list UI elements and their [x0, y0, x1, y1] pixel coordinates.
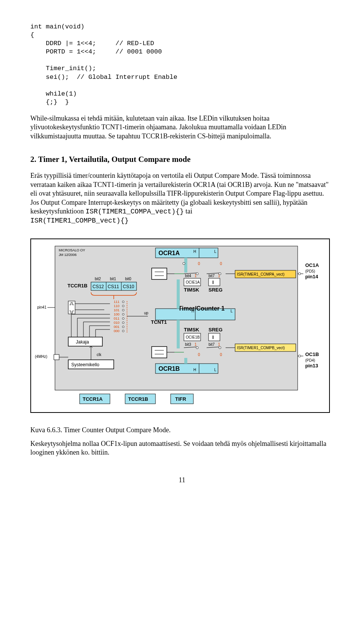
syskello-label: Systeemikello [71, 362, 99, 367]
svg-point-31 [122, 309, 124, 311]
tcnt1-label: TCNT1 [151, 319, 167, 325]
timsk-label-b: TIMSK [184, 327, 199, 333]
svg-text:L: L [231, 309, 233, 313]
svg-rect-63 [209, 278, 220, 286]
isr-a-label: ISR(TIMER1_COMPA_vect) [237, 272, 284, 276]
paragraph-3: Keskeytysohjelma nollaa OCF1x-lipun auto… [30, 439, 334, 457]
svg-text:H: H [193, 368, 196, 372]
svg-text:bit1: bit1 [110, 277, 116, 281]
tccr1b-label: TCCR1B [67, 283, 88, 289]
svg-text:bit4: bit4 [185, 274, 191, 278]
figure-caption: Kuva 6.6.3. Timer Counter Output Compare… [30, 426, 334, 434]
code-block: int main(void) { DDRD |= 1<<4; // RED-LE… [30, 23, 334, 107]
svg-text:up: up [144, 311, 149, 315]
svg-text:pin14: pin14 [305, 274, 318, 279]
svg-text:0: 0 [220, 262, 222, 266]
svg-text:bit2: bit2 [95, 277, 101, 281]
timsk-label-a: TIMSK [184, 287, 199, 293]
svg-text:TIFR: TIFR [175, 396, 186, 402]
credit-1: MICROSALO OY [59, 248, 85, 252]
svg-point-35 [122, 326, 124, 328]
jakaja-label: Jakaja [76, 339, 89, 345]
svg-text:TCCR1A: TCCR1A [83, 396, 103, 402]
timercounter-label: Timer/Counter 1 [178, 305, 225, 312]
credit-2: JM 12/2006 [59, 253, 77, 257]
svg-text:000: 000 [114, 329, 119, 333]
svg-text:(PD5): (PD5) [305, 269, 315, 273]
svg-text:111: 111 [114, 300, 119, 304]
ocr1b-label: OCR1B [158, 365, 180, 372]
svg-rect-5 [152, 268, 167, 279]
svg-text:L: L [214, 249, 217, 254]
heading-2: 2. Timer 1, Vertailutila, Output Compare… [30, 154, 334, 165]
svg-point-33 [122, 317, 124, 319]
isr-code-a: ISR(TIMER1_COMPA_vect){} [86, 208, 184, 215]
fourmhz-label: (4MHz) [35, 354, 47, 359]
svg-point-36 [122, 330, 124, 332]
svg-rect-38 [68, 301, 75, 314]
pin41-label: pin41 [37, 305, 47, 309]
svg-point-32 [122, 313, 124, 315]
svg-text:100: 100 [114, 312, 119, 316]
svg-point-104 [298, 273, 301, 275]
paragraph-2: Eräs tyypillisiä timer/counterin käyttöt… [30, 171, 334, 225]
page-number: 11 [30, 476, 334, 485]
sreg-label-b: SREG [209, 327, 223, 333]
isr-b-label: ISR(TIMER1_COMPB_vect) [237, 346, 285, 350]
svg-text:bit3: bit3 [185, 342, 191, 347]
svg-point-29 [122, 301, 124, 303]
svg-text:pin13: pin13 [305, 363, 318, 369]
svg-point-105 [298, 355, 301, 357]
svg-text:H: H [193, 249, 196, 254]
svg-text:L: L [214, 368, 217, 372]
svg-rect-74 [209, 333, 220, 341]
isr-code-b: ISR(TIMER1_COMPB_vect){} [30, 217, 129, 224]
svg-text:011: 011 [114, 317, 119, 320]
svg-text:0: 0 [198, 353, 200, 357]
svg-text:CS11: CS11 [108, 284, 119, 289]
svg-text:001: 001 [114, 325, 119, 329]
ocie1a-label: OCIE1A [186, 280, 200, 284]
timer-diagram: MICROSALO OY JM 12/2006 OCR1A H L 0 0 TC… [30, 238, 330, 413]
svg-text:110: 110 [114, 304, 119, 308]
svg-point-30 [122, 305, 124, 307]
svg-text:0: 0 [198, 262, 200, 266]
svg-point-9 [183, 262, 185, 265]
svg-text:101: 101 [114, 308, 119, 312]
ocr1a-label: OCR1A [158, 250, 180, 256]
svg-text:1: 1 [218, 342, 220, 347]
svg-text:CS12: CS12 [93, 284, 104, 289]
paragraph-2b: tai [185, 207, 192, 215]
paragraph-1: While-silmukassa ei tehdä mitään, kulute… [30, 114, 334, 141]
svg-rect-52 [54, 354, 59, 360]
svg-text:010: 010 [114, 321, 119, 325]
svg-text:I: I [212, 279, 214, 285]
svg-text:I: I [212, 334, 214, 340]
svg-text:CS10: CS10 [123, 284, 134, 289]
svg-text:0: 0 [220, 353, 222, 357]
svg-text:bit7: bit7 [209, 342, 215, 347]
svg-rect-86 [152, 347, 167, 358]
svg-text:H: H [191, 309, 194, 313]
svg-point-34 [122, 322, 124, 323]
oc1b-label: OC1B [305, 351, 319, 357]
svg-text:1: 1 [195, 342, 197, 347]
svg-text:clk: clk [97, 353, 102, 357]
ocie1b-label: OCIE1B [186, 335, 200, 339]
svg-text:bit7: bit7 [209, 274, 215, 278]
svg-text:(PD4): (PD4) [305, 358, 315, 362]
svg-text:bit0: bit0 [125, 277, 132, 281]
svg-text:TCCR1B: TCCR1B [128, 396, 148, 402]
sreg-label-a: SREG [209, 287, 223, 293]
oc1a-label: OC1A [305, 262, 319, 268]
